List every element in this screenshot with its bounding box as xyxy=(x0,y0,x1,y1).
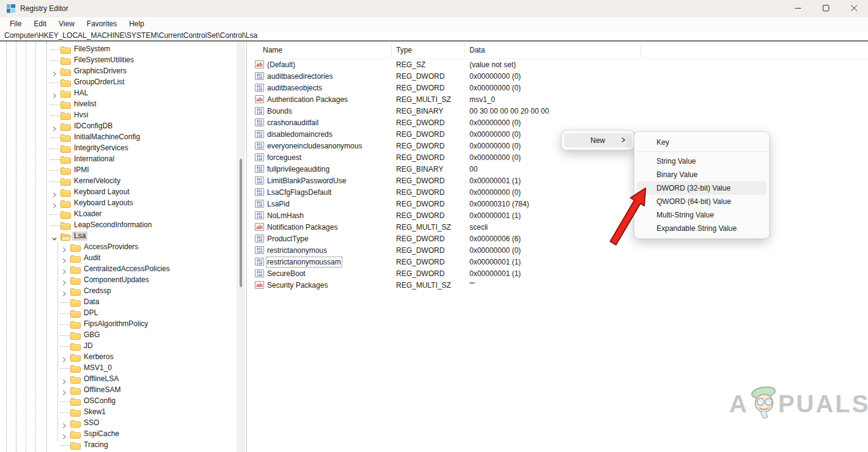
tree-item-audit[interactable]: Audit xyxy=(0,253,237,264)
value-row-everyoneincludesanonymous[interactable]: 011110everyoneincludesanonymousREG_DWORD… xyxy=(251,140,868,152)
value-name[interactable]: everyoneincludesanonymous xyxy=(267,142,362,150)
value-row-auditbaseobjects[interactable]: 011110auditbaseobjectsREG_DWORD0x0000000… xyxy=(251,82,868,94)
tree-item-label[interactable]: SSO xyxy=(82,418,101,428)
tree-item-label[interactable]: Hvsi xyxy=(72,111,90,120)
tree-scrollbar-thumb[interactable] xyxy=(240,159,242,287)
tree-item-graphicsdrivers[interactable]: GraphicsDrivers xyxy=(0,66,237,77)
minimize-button[interactable] xyxy=(784,0,812,17)
tree-item-initialmachineconfig[interactable]: InitialMachineConfig xyxy=(0,132,237,143)
chevron-right-icon[interactable] xyxy=(61,255,67,261)
tree-item-kernelvelocity[interactable]: KernelVelocity xyxy=(0,176,237,187)
tree-item-filesystem[interactable]: FileSystem xyxy=(0,44,237,55)
address-bar[interactable]: Computer\HKEY_LOCAL_MACHINE\SYSTEM\Curre… xyxy=(0,31,868,40)
chevron-right-icon[interactable] xyxy=(51,90,57,97)
tree-item-dpl[interactable]: DPL xyxy=(0,308,237,319)
column-header-type[interactable]: Type xyxy=(396,46,412,54)
tree-item-kloader[interactable]: KLoader xyxy=(0,209,237,220)
value-row-security-packages[interactable]: abSecurity PackagesREG_MULTI_SZ"" xyxy=(251,280,868,291)
menu-help[interactable]: Help xyxy=(123,18,150,30)
value-name[interactable]: fullprivilegeauditing xyxy=(267,165,329,173)
tree-item-label[interactable]: ComponentUpdates xyxy=(82,275,151,285)
tree-item-international[interactable]: International xyxy=(0,154,237,165)
tree-item-label[interactable]: FileSystem xyxy=(72,45,112,54)
tree-item-hvsi[interactable]: Hvsi xyxy=(0,110,237,121)
value-name[interactable]: LsaCfgFlagsDefault xyxy=(267,188,331,197)
tree-item-offlinelsa[interactable]: OfflineLSA xyxy=(0,374,237,385)
tree-item-label[interactable]: IntegrityServices xyxy=(72,144,130,153)
tree-item-accessproviders[interactable]: AccessProviders xyxy=(0,242,237,253)
value-row-limitblankpassworduse[interactable]: 011110LimitBlankPasswordUseREG_DWORD0x00… xyxy=(251,175,868,187)
tree-item-osconfig[interactable]: OSConfig xyxy=(0,396,237,407)
value-row-disabledomaincreds[interactable]: 011110disabledomaincredsREG_DWORD0x00000… xyxy=(251,129,868,140)
menu-edit[interactable]: Edit xyxy=(28,18,53,30)
chevron-right-icon[interactable] xyxy=(61,354,67,360)
tree-item-hivelist[interactable]: hivelist xyxy=(0,99,237,110)
tree-item-kerberos[interactable]: Kerberos xyxy=(0,352,237,363)
chevron-right-icon[interactable] xyxy=(51,189,57,195)
tree-item-label[interactable]: International xyxy=(72,155,116,164)
tree-item-label[interactable]: GBG xyxy=(82,330,102,340)
maximize-button[interactable] xyxy=(812,0,840,17)
value-name[interactable]: LimitBlankPasswordUse xyxy=(267,177,346,185)
value-row-auditbasedirectories[interactable]: 011110auditbasedirectoriesREG_DWORD0x000… xyxy=(251,71,868,82)
column-divider[interactable] xyxy=(391,43,392,57)
tree-item-keyboard-layouts[interactable]: Keyboard Layouts xyxy=(0,198,237,209)
tree-item-sspicache[interactable]: SspiCache xyxy=(0,429,237,440)
value-row-fullprivilegeauditing[interactable]: 011110fullprivilegeauditingREG_BINARY00 xyxy=(251,164,868,175)
context-menu-item-new[interactable]: New xyxy=(564,133,631,147)
chevron-right-icon[interactable] xyxy=(51,68,57,75)
value-name[interactable]: restrictanonymous xyxy=(267,246,327,255)
column-divider[interactable] xyxy=(641,43,641,57)
tree-scrollbar[interactable] xyxy=(237,42,245,452)
tree-item-gbg[interactable]: GBG xyxy=(0,330,237,341)
chevron-right-icon[interactable] xyxy=(61,288,67,294)
close-button[interactable] xyxy=(840,0,868,17)
submenu-item-multi-string-value[interactable]: Multi-String Value xyxy=(637,208,767,222)
submenu-item-expandable-string-value[interactable]: Expandable String Value xyxy=(637,222,767,235)
tree-item-keyboard-layout[interactable]: Keyboard Layout xyxy=(0,187,237,198)
chevron-right-icon[interactable] xyxy=(61,376,67,382)
chevron-right-icon[interactable] xyxy=(61,266,67,272)
value-row-authentication-packages[interactable]: abAuthentication PackagesREG_MULTI_SZmsv… xyxy=(251,94,868,106)
value-row-crashonauditfail[interactable]: 011110crashonauditfailREG_DWORD0x0000000… xyxy=(251,117,868,129)
value-name[interactable]: auditbaseobjects xyxy=(267,84,322,92)
value-name[interactable]: Security Packages xyxy=(267,281,328,290)
tree-item-label[interactable]: OfflineLSA xyxy=(82,374,120,384)
value-name[interactable]: SecureBoot xyxy=(267,269,306,278)
tree-item-label[interactable]: Keyboard Layout xyxy=(72,188,131,197)
tree-item-label[interactable]: SspiCache xyxy=(82,429,121,439)
tree-item-grouporderlist[interactable]: GroupOrderList xyxy=(0,77,237,88)
tree-item-label[interactable]: IPMI xyxy=(72,166,91,175)
tree-item-label[interactable]: FipsAlgorithmPolicy xyxy=(82,319,150,329)
menu-favorites[interactable]: Favorites xyxy=(81,18,123,30)
tree-item-label[interactable]: OSConfig xyxy=(82,396,117,406)
tree-item-label[interactable]: Credssp xyxy=(82,286,113,296)
chevron-right-icon[interactable] xyxy=(51,123,57,129)
tree-item-label[interactable]: InitialMachineConfig xyxy=(72,133,142,142)
column-divider[interactable] xyxy=(465,43,465,57)
chevron-down-icon[interactable] xyxy=(51,233,57,239)
tree-item-filesystemutilities[interactable]: FileSystemUtilities xyxy=(0,55,237,66)
submenu-item-dword-32-bit-value[interactable]: DWORD (32-bit) Value xyxy=(637,181,767,195)
tree-item-componentupdates[interactable]: ComponentUpdates xyxy=(0,275,237,286)
value-name[interactable]: (Default) xyxy=(267,60,295,69)
chevron-right-icon[interactable] xyxy=(51,200,57,206)
tree-item-label[interactable]: GroupOrderList xyxy=(72,78,127,87)
tree-item-label[interactable]: LeapSecondInformation xyxy=(72,221,153,230)
tree-item-integrityservices[interactable]: IntegrityServices xyxy=(0,143,237,154)
menu-view[interactable]: View xyxy=(53,18,81,30)
pane-splitter[interactable] xyxy=(246,42,247,452)
tree-item-fipsalgorithmpolicy[interactable]: FipsAlgorithmPolicy xyxy=(0,319,237,330)
tree-item-label[interactable]: FileSystemUtilities xyxy=(72,56,136,65)
tree-item-jd[interactable]: JD xyxy=(0,341,237,352)
tree-item-ipmi[interactable]: IPMI xyxy=(0,165,237,176)
tree-item-label[interactable]: Skew1 xyxy=(82,407,108,417)
tree-item-credssp[interactable]: Credssp xyxy=(0,286,237,297)
tree-item-label[interactable]: Audit xyxy=(82,253,102,263)
value-name[interactable]: auditbasedirectories xyxy=(267,72,333,81)
chevron-right-icon[interactable] xyxy=(61,420,67,426)
tree-item-label[interactable]: KernelVelocity xyxy=(72,177,122,186)
value-name[interactable]: Authentication Packages xyxy=(267,95,348,104)
value-row-producttype[interactable]: 011110ProductTypeREG_DWORD0x00000006 (6) xyxy=(251,233,868,245)
submenu-item-qword-64-bit-value[interactable]: QWORD (64-bit) Value xyxy=(637,195,767,208)
